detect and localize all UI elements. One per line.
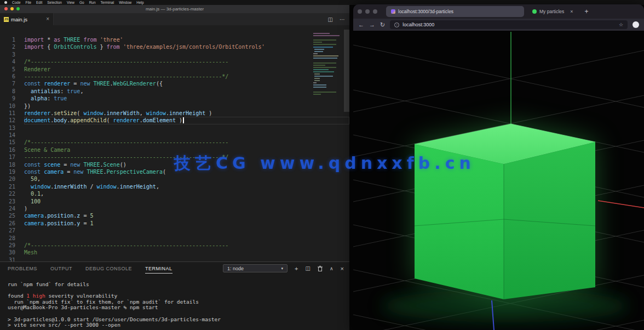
editor-scrollbar[interactable] — [344, 30, 349, 112]
code-line[interactable]: camera.position.y = 1 — [24, 220, 349, 227]
code-line[interactable]: renderer.setSize( window.innerWidth, win… — [24, 110, 349, 117]
code-line[interactable]: ----------------------------------------… — [24, 153, 349, 161]
menubar-item[interactable]: Window — [119, 1, 131, 4]
back-icon[interactable]: ← — [358, 22, 364, 28]
code-line[interactable]: const scene = new THREE.Scene() — [24, 161, 349, 168]
browser-zoom-button[interactable] — [373, 9, 377, 14]
code-line[interactable] — [24, 51, 349, 58]
browser-close-button[interactable] — [358, 9, 362, 14]
editor-tab-mainjs[interactable]: JS main.js × — [0, 13, 54, 25]
code-line[interactable]: Renderer — [24, 66, 349, 73]
code-line[interactable]: alpha: true — [24, 95, 349, 102]
more-actions-icon[interactable]: ⋯ — [340, 16, 345, 22]
line-number: 9 — [0, 95, 24, 102]
apple-icon[interactable] — [4, 1, 7, 4]
browser-minimize-button[interactable] — [365, 9, 370, 14]
code-token: new — [73, 169, 83, 175]
reload-icon[interactable]: ↻ — [380, 22, 385, 28]
code-line[interactable]: Scene & Camera — [24, 146, 349, 153]
code-line[interactable] — [24, 132, 349, 139]
line-number: 26 — [0, 220, 24, 227]
forward-icon[interactable]: → — [369, 22, 375, 28]
line-number: 29 — [0, 242, 24, 249]
code-line[interactable]: document.body.appendChild( renderer.domE… — [24, 117, 349, 124]
line-number: 17 — [0, 153, 24, 161]
menubar-item[interactable]: Terminal — [101, 1, 114, 4]
browser-window: localhost:3000/3d-particles My particles… — [353, 4, 644, 330]
line-number: 28 — [0, 235, 24, 242]
code-area[interactable]: import * as THREE from 'three'import { O… — [24, 25, 349, 261]
code-line[interactable]: 0.1, — [24, 190, 349, 197]
code-line[interactable]: /*--------------------------------------… — [24, 58, 349, 65]
tab-output[interactable]: OUTPUT — [50, 264, 72, 274]
line-number: 22 — [0, 190, 24, 197]
code-line[interactable]: 100 — [24, 198, 349, 205]
profile-avatar[interactable] — [633, 21, 639, 28]
minimize-window-button[interactable] — [10, 7, 14, 10]
code-line[interactable] — [24, 235, 349, 242]
code-line[interactable]: Mesh — [24, 249, 349, 256]
menubar-item[interactable]: Code — [12, 1, 21, 4]
browser-viewport[interactable] — [353, 31, 644, 330]
shell-selector-value: 1: node — [227, 266, 244, 271]
address-bar[interactable]: i localhost:3000 ☆ — [390, 20, 628, 29]
menubar-item[interactable]: File — [26, 1, 31, 4]
tab-debug-console[interactable]: DEBUG CONSOLE — [85, 264, 132, 274]
shell-selector[interactable]: 1: node ▾ — [223, 264, 288, 272]
code-line[interactable]: const renderer = new THREE.WebGLRenderer… — [24, 80, 349, 87]
code-token: = — [70, 81, 80, 87]
split-terminal-icon[interactable]: ◫ — [306, 265, 311, 271]
code-line[interactable]: /*--------------------------------------… — [24, 242, 349, 249]
new-tab-icon[interactable]: + — [585, 8, 589, 15]
menubar-item[interactable]: Go — [79, 1, 84, 4]
kill-terminal-icon[interactable] — [318, 266, 323, 271]
code-line[interactable]: window.innerWidth / window.innerHeight, — [24, 183, 349, 190]
terminal-line: run `npm fund` for details — [8, 282, 349, 288]
code-token: camera — [24, 220, 44, 226]
code-line[interactable]: camera.position.z = 5 — [24, 212, 349, 219]
code-token: THREE — [64, 37, 80, 43]
maximize-panel-icon[interactable]: ∧ — [330, 266, 334, 271]
code-line[interactable]: 50, — [24, 175, 349, 183]
code-token: domElement — [143, 117, 176, 123]
code-line[interactable]: ----------------------------------------… — [24, 73, 349, 80]
close-panel-icon[interactable]: × — [341, 265, 344, 272]
menubar-item[interactable]: Selection — [47, 1, 62, 4]
new-terminal-icon[interactable]: + — [295, 265, 298, 272]
code-line[interactable]: }) — [24, 103, 349, 110]
line-number: 21 — [0, 183, 24, 190]
close-window-button[interactable] — [4, 7, 8, 10]
menubar-item[interactable]: Edit — [36, 1, 42, 4]
code-line[interactable] — [24, 257, 349, 261]
close-tab-icon[interactable]: × — [570, 9, 573, 14]
code-line[interactable]: const camera = new THREE.PerspectiveCame… — [24, 168, 349, 175]
tab-terminal[interactable]: TERMINAL — [145, 264, 173, 274]
code-line[interactable]: ) — [24, 205, 349, 212]
tab-problems[interactable]: PROBLEMS — [8, 264, 37, 274]
bookmark-star-icon[interactable]: ☆ — [619, 22, 623, 27]
split-editor-icon[interactable]: ◫ — [328, 16, 333, 22]
code-token: scene — [44, 162, 60, 168]
menubar-item[interactable]: Help — [136, 1, 143, 4]
terminal-output[interactable]: run `npm fund` for detailsfound 1 high s… — [0, 275, 349, 328]
close-tab-icon[interactable]: × — [46, 16, 49, 22]
code-line[interactable]: antialias: true, — [24, 88, 349, 95]
menubar-item[interactable]: Run — [89, 1, 96, 4]
code-line[interactable] — [24, 227, 349, 234]
browser-tab-my-particles[interactable]: My particles × — [527, 6, 578, 17]
code-line[interactable]: /*--------------------------------------… — [24, 139, 349, 146]
code-token: renderer — [24, 110, 50, 116]
browser-tab-localhost[interactable]: localhost:3000/3d-particles — [386, 6, 524, 17]
code-token: = — [64, 169, 73, 175]
code-line[interactable] — [24, 124, 349, 132]
code-token: } — [96, 44, 106, 50]
code-line[interactable]: import { OrbitControls } from 'three/exa… — [24, 43, 349, 50]
menubar-item[interactable]: View — [67, 1, 74, 4]
code-token: innerHeight — [169, 110, 205, 116]
zoom-window-button[interactable] — [16, 7, 20, 10]
minimap[interactable] — [313, 32, 342, 125]
site-info-icon[interactable]: i — [394, 22, 399, 27]
code-editor[interactable]: 1234567891011121314151617181920212223242… — [0, 25, 349, 261]
code-token: window — [31, 184, 50, 190]
code-line[interactable]: import * as THREE from 'three' — [24, 36, 349, 43]
